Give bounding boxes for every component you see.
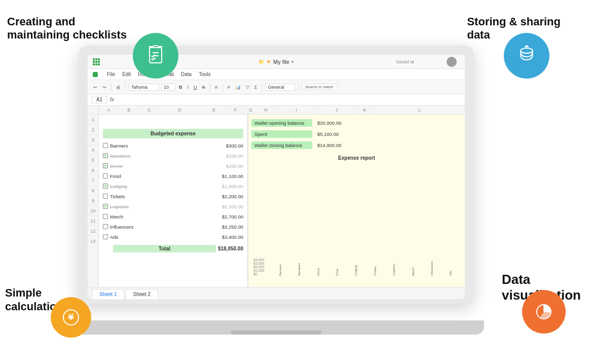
toolbar-sep-6 (299, 83, 299, 91)
filter-btn[interactable]: ▽ (244, 84, 251, 91)
font-size[interactable]: 10 (161, 84, 175, 91)
chart-bars: Banners Speakers (271, 268, 460, 284)
col-k: K (355, 105, 375, 115)
checkbox-ads[interactable] (103, 234, 108, 239)
strikethrough-btn[interactable]: S (201, 84, 207, 91)
checkbox-tickets[interactable] (103, 194, 108, 199)
redo-btn[interactable]: ↪ (101, 84, 108, 91)
cell-reference[interactable]: A1 (92, 96, 107, 103)
list-item: Influencers $3,250.00 (99, 222, 247, 232)
font-selector[interactable]: Tahoma (129, 84, 159, 91)
list-item: ✓ Logistics $2,200.00 (99, 201, 247, 211)
spreadsheet: 📁 ★ My file ▾ Saved at File Edit Inser (88, 55, 465, 299)
col-j: J (319, 105, 355, 115)
item-label-banners: Banners (110, 143, 216, 149)
search-btn[interactable]: Search in sheet (302, 84, 338, 90)
checkbox-banners[interactable] (103, 143, 108, 148)
y-label-2000: $2,000 (253, 265, 269, 269)
checkbox-food[interactable] (103, 173, 108, 178)
col-e: E (200, 105, 228, 115)
menu-data[interactable]: Data (181, 71, 192, 77)
total-amount: $18,050.00 (218, 246, 243, 251)
laptop-body: 📁 ★ My file ▾ Saved at File Edit Inser (79, 46, 474, 304)
item-label-lodging: Lodging (110, 184, 216, 189)
database-icon (515, 45, 538, 67)
chart-area: $4,000 $3,000 $2,000 $1,000 $0 (251, 163, 462, 284)
bar-label-lodging: Lodging (354, 269, 357, 276)
undo-btn[interactable]: ↩ (92, 84, 99, 91)
item-amount-speakers: $200.00 (218, 153, 243, 159)
list-item: ✓ Lodging $2,000.00 (99, 181, 247, 191)
menu-edit[interactable]: Edit (122, 71, 131, 77)
menu-file[interactable]: File (107, 71, 115, 77)
y-label-0: $0 (253, 272, 269, 276)
row-13: 13 (88, 236, 98, 246)
checkbox-logistics[interactable]: ✓ (103, 204, 108, 209)
item-amount-decor: $200.00 (218, 163, 243, 169)
underline-btn[interactable]: U (192, 84, 199, 91)
bar-lodging: Lodging (347, 268, 365, 276)
chart-title: Expense report (251, 155, 462, 161)
calculator-icon-circle: ¥ (51, 297, 91, 338)
item-amount-merch: $2,700.00 (218, 214, 243, 220)
bar-decor: Decor (309, 268, 327, 276)
right-panel: Wallet opening balance $20,000.00 Spent … (248, 115, 465, 287)
item-amount-banners: $300.00 (218, 143, 243, 149)
bar-speakers: Speakers (290, 268, 308, 276)
pie-chart-icon (533, 301, 555, 323)
italic-btn[interactable]: I (186, 84, 191, 91)
checkbox-speakers[interactable]: ✓ (103, 153, 108, 158)
checkbox-decor[interactable]: ✓ (103, 163, 108, 168)
laptop-base (68, 320, 484, 335)
item-amount-influencers: $3,250.00 (218, 224, 243, 230)
bold-btn[interactable]: B (177, 84, 184, 91)
calculator-icon: ¥ (60, 306, 82, 329)
checkbox-lodging[interactable]: ✓ (103, 184, 108, 189)
print-btn[interactable]: 🖨 (115, 84, 122, 91)
chart-btn[interactable]: 📊 (234, 84, 242, 91)
row-9: 9 (88, 196, 98, 206)
bar-label-banners: Banners (279, 269, 282, 276)
bar-label-logistics: Logistics (392, 269, 395, 276)
item-amount-lodging: $2,000.00 (218, 184, 243, 189)
row-2: 2 (88, 125, 98, 135)
bar-food: Food (328, 268, 346, 276)
total-row: Total $18,050.00 (99, 243, 247, 254)
bar-banners: Banners (271, 268, 289, 276)
col-a: A (99, 105, 119, 115)
svg-point-4 (521, 48, 533, 53)
saved-text: Saved at (396, 59, 414, 64)
wallet-row-opening: Wallet opening balance $20,000.00 (251, 118, 462, 128)
formula-btn[interactable]: Σ (253, 84, 259, 91)
row-numbers: 1 2 3 4 5 6 7 8 9 10 11 12 13 (88, 105, 99, 287)
menu-tools[interactable]: Tools (199, 71, 210, 77)
list-item: Banners $300.00 (99, 140, 247, 151)
bar-logistics: Logistics (385, 268, 402, 276)
item-amount-ads: $3,400.00 (218, 234, 243, 240)
wallet-row-closing: Wallet closing balance $14,900.00 (251, 140, 462, 150)
toolbar: ↩ ↪ 🖨 Tahoma 10 B I U S A ≡ 📊 ▽ (88, 80, 465, 94)
wallet-closing-value: $14,900.00 (312, 142, 342, 148)
col-b: B (119, 105, 139, 115)
checkbox-merch[interactable] (103, 214, 108, 219)
sheet-tab-2[interactable]: Sheet 2 (125, 289, 158, 299)
checkbox-influencers[interactable] (103, 224, 108, 229)
number-format[interactable]: General (265, 84, 296, 91)
laptop-screen: 📁 ★ My file ▾ Saved at File Edit Inser (88, 55, 465, 299)
align-left-btn[interactable]: ≡ (226, 84, 232, 91)
filename: My file (273, 59, 289, 65)
row-6: 6 (88, 165, 98, 175)
col-f: F (228, 105, 243, 115)
wallet-opening-label: Wallet opening balance (251, 119, 312, 127)
col-h: H (258, 105, 274, 115)
item-label-merch: Merch (110, 214, 216, 220)
sheet-tab-1[interactable]: Sheet 1 (92, 289, 124, 299)
y-label-4000: $4,000 (253, 258, 269, 262)
row-7: 7 (88, 175, 98, 186)
chart-container: Expense report $4,000 $3,000 $2,000 $1,0… (251, 155, 462, 284)
bar-influencers: Influencers (423, 268, 440, 276)
bar-label-speakers: Speakers (298, 269, 301, 276)
wallet-row-spent: Spent $5,100.00 (251, 129, 462, 139)
bar-tickets: Tickets (366, 268, 384, 276)
text-color-btn[interactable]: A (213, 84, 219, 91)
